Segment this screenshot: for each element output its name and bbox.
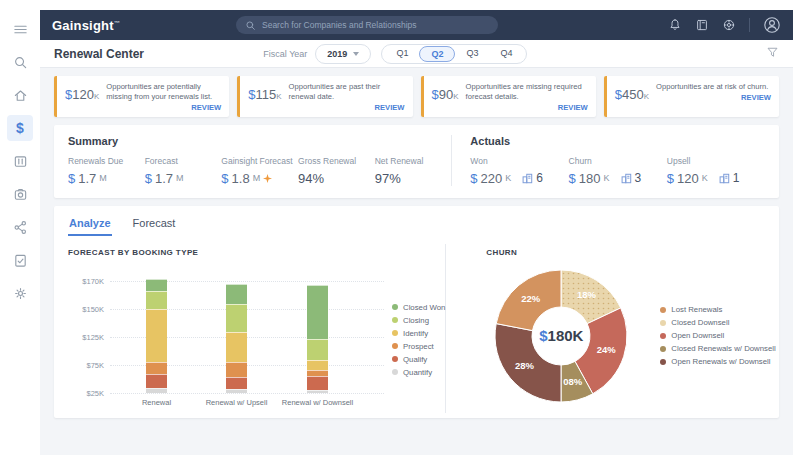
- quarter-tab-q2[interactable]: Q2: [419, 46, 455, 62]
- legend-dot: [392, 304, 398, 310]
- search-icon: [13, 55, 28, 70]
- filter-funnel-icon: [766, 46, 779, 59]
- metric-amount: 220: [481, 171, 503, 186]
- stacked-bar-2: [226, 284, 247, 393]
- gridline: [110, 393, 384, 394]
- sidebar-item-menu[interactable]: [7, 16, 33, 42]
- legend-item-prospect: Prospect: [392, 342, 445, 351]
- ai-spark-icon: [263, 174, 272, 183]
- quarter-tab-q3[interactable]: Q3: [455, 46, 489, 62]
- alert-body: Opportunities are potentially missing fr…: [106, 82, 221, 112]
- tab-bar: AnalyzeForecast: [54, 214, 779, 236]
- chevron-down-icon: [353, 52, 359, 56]
- bell-icon[interactable]: [668, 18, 682, 32]
- review-link[interactable]: REVIEW: [191, 103, 221, 112]
- metric-label: Gainsight Forecast: [221, 156, 298, 166]
- company-building-icon: [621, 173, 632, 184]
- analyze-card: AnalyzeForecast FORECAST BY BOOKING TYPE…: [54, 206, 779, 418]
- metric-value: $1.7M: [145, 171, 222, 186]
- alert-card: $90KOpportunities are missing required f…: [421, 76, 596, 117]
- fiscal-year-group: Fiscal Year 2019 Q1Q2Q3Q4: [263, 44, 527, 64]
- review-link[interactable]: REVIEW: [375, 103, 405, 112]
- quarter-tab-q4[interactable]: Q4: [489, 46, 523, 62]
- currency-sign: $: [145, 171, 152, 186]
- avatar-icon[interactable]: [763, 16, 781, 34]
- legend-label: Identify: [403, 329, 428, 338]
- sidebar-item-search[interactable]: [7, 49, 33, 75]
- metric-gainsight-forecast: Gainsight Forecast$1.8M: [221, 156, 298, 186]
- legend-item-identify: Identify: [392, 329, 445, 338]
- bar-segment-identify: [146, 309, 167, 362]
- metric-amount: 1.7: [78, 171, 96, 186]
- donut-chart-title: CHURN: [486, 248, 775, 257]
- amount-unit: K: [276, 92, 281, 101]
- left-sidebar: $: [0, 0, 40, 468]
- tab-forecast[interactable]: Forecast: [132, 214, 177, 236]
- legend-dot: [392, 330, 398, 336]
- filter-button[interactable]: [766, 45, 779, 63]
- sidebar-item-snapshot[interactable]: [7, 181, 33, 207]
- amount-unit: K: [94, 92, 99, 101]
- currency-sign: $: [470, 171, 477, 186]
- amount-unit: M: [99, 173, 107, 183]
- alert-amount: $120K: [65, 82, 99, 102]
- bar-chart-area: $170K$150K$125K$75K$25KRenewalRenewal w/…: [68, 267, 445, 413]
- home-icon: [13, 88, 28, 103]
- fiscal-year-value: 2019: [327, 49, 347, 59]
- alert-amount: $115K: [248, 82, 281, 102]
- tab-analyze[interactable]: Analyze: [68, 214, 112, 236]
- currency-sign: $: [569, 171, 576, 186]
- legend-label: Prospect: [403, 342, 434, 351]
- currency-sign: $: [432, 87, 439, 102]
- bar-category-label: Renewal w/ Upsell: [192, 398, 282, 407]
- amount-unit: K: [644, 92, 649, 101]
- review-link[interactable]: REVIEW: [741, 93, 771, 102]
- bar-chart-legend: Closed WonClosingIdentifyProspectQualify…: [392, 303, 445, 413]
- review-link[interactable]: REVIEW: [558, 103, 588, 112]
- bar-chart-title: FORECAST BY BOOKING TYPE: [68, 248, 445, 257]
- metric-upsell: Upsell$120K1: [667, 156, 765, 186]
- alert-card: $450KOpportunities are at risk of churn.…: [604, 76, 779, 117]
- gainsight-ai-indicator: [263, 171, 272, 186]
- currency-sign: $: [248, 87, 255, 102]
- search-icon: [245, 20, 256, 31]
- fiscal-year-dropdown[interactable]: 2019: [315, 44, 371, 64]
- sidebar-item-dollar[interactable]: $: [7, 115, 33, 141]
- metric-label: Won: [470, 156, 568, 166]
- summary-title: Summary: [68, 135, 451, 147]
- snapshot-icon: [13, 187, 28, 202]
- legend-dot: [660, 307, 666, 313]
- legend-label: Closing: [403, 316, 429, 325]
- sidebar-item-tasks[interactable]: [7, 247, 33, 273]
- legend-item-open-downsell: Open Downsell: [660, 331, 775, 340]
- bar-segment-qualify: [226, 377, 247, 390]
- legend-dot: [392, 356, 398, 362]
- amount-unit: K: [453, 92, 458, 101]
- legend-dot: [660, 333, 666, 339]
- metric-amount: 120: [677, 171, 699, 186]
- metric-won: Won$220K6: [470, 156, 568, 186]
- book-icon[interactable]: [695, 18, 709, 32]
- alert-body: Opportunities are at risk of churn.REVIE…: [656, 82, 771, 102]
- sidebar-item-gear[interactable]: [7, 280, 33, 306]
- y-axis-tick-label: $150K: [68, 304, 104, 313]
- share-icon: [13, 220, 28, 235]
- gear-circle-icon[interactable]: [722, 18, 736, 32]
- quarter-tab-q1[interactable]: Q1: [385, 46, 419, 62]
- churn-panel: CHURN 18%24%08%28%22% $180K Lost Renewal…: [446, 244, 785, 413]
- top-navbar: Gainsight™ Search for Companies and Rela…: [40, 10, 793, 40]
- alert-message: Opportunities are potentially missing fr…: [106, 82, 221, 102]
- sidebar-item-home[interactable]: [7, 82, 33, 108]
- stacked-bar-1: [146, 279, 167, 393]
- chart-panels: FORECAST BY BOOKING TYPE $170K$150K$125K…: [54, 244, 779, 413]
- bar-segment-qualify: [307, 376, 328, 390]
- sidebar-item-share[interactable]: [7, 214, 33, 240]
- sidebar-item-board[interactable]: [7, 148, 33, 174]
- metric-label: Renewals Due: [68, 156, 145, 166]
- metric-label: Gross Renewal: [298, 156, 375, 166]
- summary-section: Summary Renewals Due$1.7MForecast$1.7MGa…: [68, 135, 451, 186]
- global-search-input[interactable]: Search for Companies and Relationships: [236, 16, 498, 34]
- bar-segment-identify: [226, 332, 247, 362]
- bar-segment-closed-won: [146, 279, 167, 291]
- legend-label: Open Downsell: [671, 331, 724, 340]
